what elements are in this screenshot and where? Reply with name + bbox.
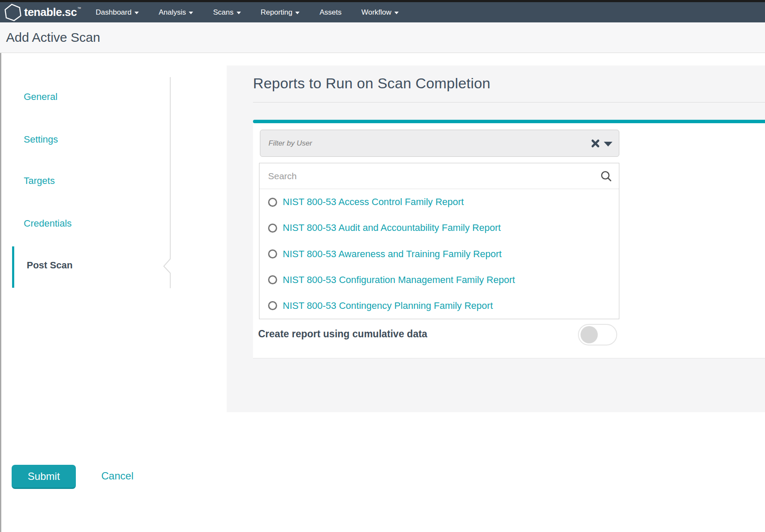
section-title: Reports to Run on Scan Completion [253, 75, 490, 92]
brand-name: tenable.sc [24, 6, 77, 19]
radio-icon[interactable] [268, 275, 277, 284]
nav-item-scans[interactable]: Scans [213, 8, 240, 17]
reports-card: Filter by User [253, 123, 765, 358]
submit-button[interactable]: Submit [12, 465, 76, 489]
clear-icon[interactable] [591, 139, 600, 148]
sidebar-item-post-scan[interactable]: Post Scan [27, 260, 72, 271]
caret-down-icon [237, 12, 241, 14]
radio-icon[interactable] [268, 301, 277, 310]
caret-down-icon [134, 12, 139, 14]
report-row[interactable]: NIST 800-53 Contingency Planning Family … [259, 293, 619, 319]
dropdown-caret-icon [604, 142, 612, 146]
report-list: NIST 800-53 Access Control Family Report… [259, 163, 619, 319]
nav-item-analysis[interactable]: Analysis [159, 8, 193, 17]
report-search-row [259, 163, 619, 189]
cumulative-data-label: Create report using cumulative data [258, 328, 427, 340]
report-row[interactable]: NIST 800-53 Audit and Accountability Fam… [259, 215, 619, 241]
page-header: Add Active Scan [0, 22, 765, 53]
nav-item-dashboard[interactable]: Dashboard [96, 8, 139, 17]
active-step-indicator [12, 246, 14, 288]
search-icon [600, 170, 612, 182]
brand-logo[interactable]: tenable.sc ™ [4, 2, 81, 22]
content-left-border [0, 53, 1, 532]
nav-item-workflow[interactable]: Workflow [361, 8, 399, 17]
cumulative-data-toggle[interactable] [578, 324, 617, 345]
title-underline [253, 102, 765, 103]
nav-item-assets[interactable]: Assets [319, 8, 341, 17]
caret-down-icon [189, 12, 193, 14]
report-row[interactable]: NIST 800-53 Access Control Family Report [259, 189, 619, 215]
nav-item-reporting[interactable]: Reporting [261, 8, 300, 17]
hexagon-logo-icon [4, 3, 22, 22]
top-navbar: tenable.sc ™ Dashboard Analysis Scans Re… [0, 2, 765, 22]
sidebar-item-credentials[interactable]: Credentials [24, 218, 72, 229]
brand-trademark: ™ [77, 6, 81, 11]
sidebar-divider [162, 75, 173, 291]
sidebar-item-targets[interactable]: Targets [24, 175, 55, 187]
filter-by-user-select[interactable]: Filter by User [260, 130, 619, 157]
report-row[interactable]: NIST 800-53 Awareness and Training Famil… [259, 241, 619, 267]
radio-icon[interactable] [268, 249, 277, 258]
caret-down-icon [394, 12, 399, 14]
radio-icon[interactable] [268, 198, 277, 207]
sidebar-item-general[interactable]: General [24, 91, 57, 103]
nav-menu: Dashboard Analysis Scans Reporting Asset… [96, 2, 399, 22]
post-scan-panel: Reports to Run on Scan Completion Filter… [227, 65, 765, 412]
toggle-knob [581, 326, 598, 343]
caret-down-icon [295, 12, 300, 14]
radio-icon[interactable] [268, 224, 277, 233]
filter-by-user-label: Filter by User [269, 130, 312, 156]
sidebar-item-settings[interactable]: Settings [24, 134, 58, 145]
page-title: Add Active Scan [6, 30, 100, 45]
section-accent-bar [253, 120, 765, 123]
cancel-link[interactable]: Cancel [101, 470, 134, 482]
report-row[interactable]: NIST 800-53 Configuration Management Fam… [259, 267, 619, 293]
report-search-input[interactable] [259, 171, 591, 181]
